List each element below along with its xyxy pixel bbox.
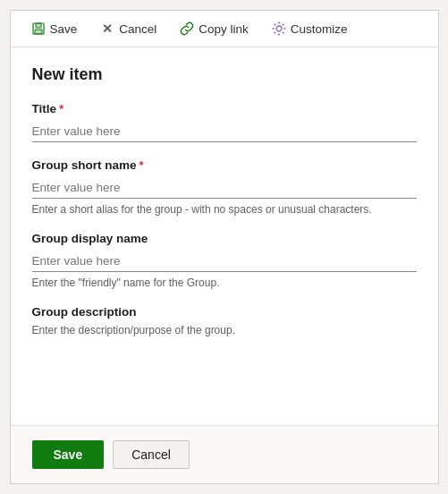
- customize-button[interactable]: Customize: [262, 16, 358, 41]
- group-short-name-hint: Enter a short alias for the group - with…: [32, 203, 417, 216]
- svg-point-9: [282, 32, 283, 34]
- title-label: Title *: [32, 102, 417, 115]
- field-group-title: Title *: [32, 102, 417, 142]
- svg-point-8: [274, 23, 275, 25]
- svg-point-5: [278, 34, 280, 36]
- svg-rect-1: [36, 23, 41, 28]
- toolbar: Save ✕ Cancel Copy link: [11, 11, 438, 47]
- save-icon: [31, 21, 46, 36]
- new-item-panel: Save ✕ Cancel Copy link: [10, 10, 439, 484]
- group-short-name-required-star: *: [139, 158, 144, 172]
- field-group-display-name: Group display name Enter the "friendly" …: [32, 232, 417, 289]
- page-title: New item: [32, 65, 417, 84]
- save-toolbar-label: Save: [50, 22, 78, 36]
- group-display-name-label: Group display name: [32, 232, 417, 245]
- cancel-button-label: Cancel: [131, 447, 171, 462]
- copy-link-icon: [180, 21, 194, 36]
- svg-point-4: [278, 22, 280, 24]
- group-display-name-hint: Enter the "friendly" name for the Group.: [32, 277, 417, 289]
- group-description-hint: Enter the description/purpose of the gro…: [32, 324, 417, 336]
- save-toolbar-button[interactable]: Save: [21, 16, 88, 41]
- copy-link-label: Copy link: [199, 22, 249, 36]
- svg-point-11: [274, 32, 275, 34]
- svg-point-7: [283, 28, 285, 30]
- group-short-name-label: Group short name *: [32, 158, 417, 172]
- svg-point-6: [272, 28, 274, 30]
- group-description-label: Group description: [32, 305, 417, 319]
- save-button[interactable]: Save: [32, 440, 105, 469]
- form-footer: Save Cancel: [11, 425, 438, 483]
- group-display-name-input[interactable]: [32, 251, 417, 272]
- field-group-description: Group description Enter the description/…: [32, 305, 417, 336]
- field-group-short-name: Group short name * Enter a short alias f…: [32, 158, 417, 216]
- svg-point-10: [282, 23, 283, 25]
- title-input[interactable]: [32, 121, 417, 142]
- svg-point-3: [276, 26, 282, 31]
- group-short-name-input[interactable]: [32, 177, 417, 199]
- copy-link-button[interactable]: Copy link: [170, 16, 258, 41]
- form-content: New item Title * Group short name * Ente…: [11, 47, 438, 425]
- title-required-star: *: [59, 102, 63, 115]
- cancel-toolbar-button[interactable]: ✕ Cancel: [90, 16, 166, 41]
- cancel-icon: ✕: [100, 21, 114, 36]
- save-button-label: Save: [54, 447, 83, 462]
- cancel-button[interactable]: Cancel: [113, 440, 190, 469]
- customize-icon: [272, 21, 286, 36]
- customize-label: Customize: [291, 22, 348, 36]
- cancel-toolbar-label: Cancel: [119, 22, 156, 36]
